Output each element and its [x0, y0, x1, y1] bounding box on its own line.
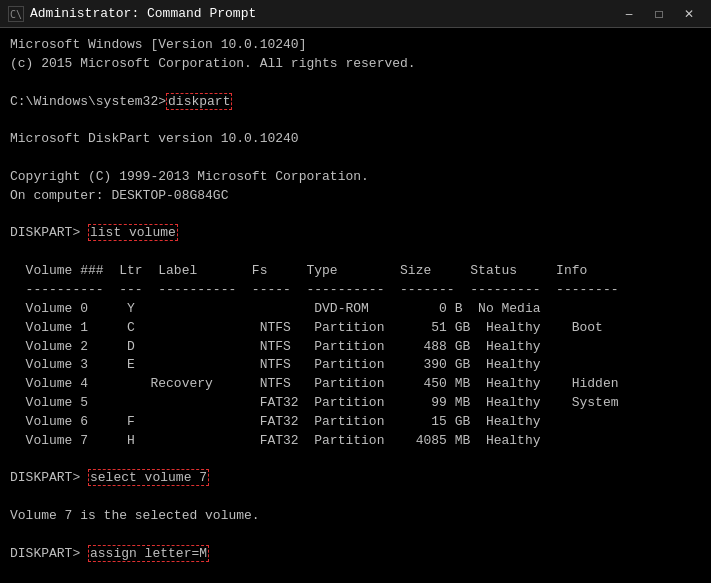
svg-text:C\: C\ — [10, 9, 22, 20]
select-volume-cmd: select volume 7 — [88, 469, 209, 486]
terminal-window: Microsoft Windows [Version 10.0.10240] (… — [0, 28, 711, 583]
diskpart-cmd: diskpart — [166, 93, 232, 110]
line-10: DISKPART> assign letter=M — [10, 545, 701, 564]
line-2: (c) 2015 Microsoft Corporation. All righ… — [10, 55, 701, 74]
table-divider: ---------- --- ---------- ----- --------… — [10, 281, 701, 300]
line-9: Volume 7 is the selected volume. — [10, 507, 701, 526]
line-blank-6 — [10, 451, 701, 470]
volume-2: Volume 2 D NTFS Partition 488 GB Healthy — [10, 338, 701, 357]
line-5: Copyright (C) 1999-2013 Microsoft Corpor… — [10, 168, 701, 187]
volume-5: Volume 5 FAT32 Partition 99 MB Healthy S… — [10, 394, 701, 413]
cmd-icon: C\ — [8, 6, 24, 22]
prompt-1: C:\Windows\system32> — [10, 94, 166, 109]
line-blank-3 — [10, 149, 701, 168]
line-blank-4 — [10, 206, 701, 225]
line-7: DISKPART> list volume — [10, 224, 701, 243]
maximize-button[interactable]: □ — [645, 3, 673, 25]
volume-4: Volume 4 Recovery NTFS Partition 450 MB … — [10, 375, 701, 394]
table-header: Volume ### Ltr Label Fs Type Size Status… — [10, 262, 701, 281]
prompt-2: DISKPART> — [10, 225, 88, 240]
window-title: Administrator: Command Prompt — [30, 6, 256, 21]
prompt-4: DISKPART> — [10, 546, 88, 561]
volume-6: Volume 6 F FAT32 Partition 15 GB Healthy — [10, 413, 701, 432]
line-blank-9 — [10, 564, 701, 583]
close-button[interactable]: ✕ — [675, 3, 703, 25]
line-4: Microsoft DiskPart version 10.0.10240 — [10, 130, 701, 149]
line-1: Microsoft Windows [Version 10.0.10240] — [10, 36, 701, 55]
line-8: DISKPART> select volume 7 — [10, 469, 701, 488]
line-blank-2 — [10, 111, 701, 130]
volume-3: Volume 3 E NTFS Partition 390 GB Healthy — [10, 356, 701, 375]
title-bar-left: C\ Administrator: Command Prompt — [8, 6, 256, 22]
line-blank-5 — [10, 243, 701, 262]
minimize-button[interactable]: – — [615, 3, 643, 25]
line-blank-1 — [10, 74, 701, 93]
volume-0: Volume 0 Y DVD-ROM 0 B No Media — [10, 300, 701, 319]
line-6: On computer: DESKTOP-08G84GC — [10, 187, 701, 206]
line-blank-7 — [10, 488, 701, 507]
volume-7: Volume 7 H FAT32 Partition 4085 MB Healt… — [10, 432, 701, 451]
prompt-3: DISKPART> — [10, 470, 88, 485]
title-bar: C\ Administrator: Command Prompt – □ ✕ — [0, 0, 711, 28]
volume-1: Volume 1 C NTFS Partition 51 GB Healthy … — [10, 319, 701, 338]
list-volume-cmd: list volume — [88, 224, 178, 241]
line-3: C:\Windows\system32>diskpart — [10, 93, 701, 112]
assign-letter-cmd: assign letter=M — [88, 545, 209, 562]
line-blank-8 — [10, 526, 701, 545]
window-controls[interactable]: – □ ✕ — [615, 3, 703, 25]
